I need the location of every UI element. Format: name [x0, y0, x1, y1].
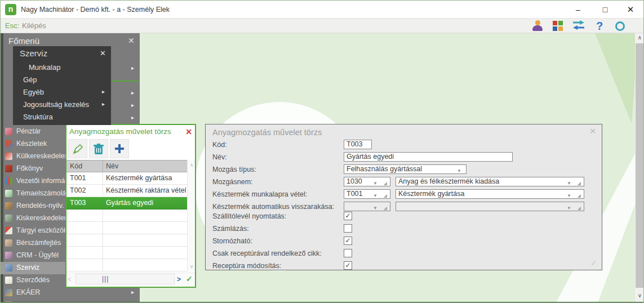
chevron-down-icon[interactable]: ▼ [567, 179, 571, 188]
confirm-check-icon[interactable]: ✓ [186, 274, 193, 283]
table-horizontal-scrollbar[interactable]: < ||| > ✓ [66, 273, 195, 285]
column-header-kod[interactable]: Kód [70, 162, 82, 170]
table-vertical-scrollbar[interactable]: ∧ ∨ [187, 160, 195, 271]
modules-grid-icon[interactable] [550, 20, 566, 32]
esc-action-label[interactable]: Kilépés [22, 21, 46, 30]
operations-close-icon[interactable]: ✕ [185, 127, 192, 136]
user-icon[interactable] [530, 20, 545, 32]
sidebar-item-ekaer[interactable]: EKÁER ▸ [1, 287, 140, 299]
mozgas-tipus-label: Mozgás típus: [212, 166, 256, 173]
submenu-arrow-icon: ▸ [131, 101, 138, 109]
szerviz-submenu-title: Szerviz [20, 48, 47, 58]
combo-corner-icon[interactable]: ◢ [578, 204, 581, 212]
combo-corner-icon[interactable]: ◢ [578, 191, 581, 200]
scroll-down-icon[interactable]: ∨ [188, 264, 196, 269]
mozgasnem-name-combo[interactable]: Anyag és félkésztermék kiadása ▼ ◢ [396, 177, 584, 186]
receptura-modositas-label: Receptúra módosítás: [212, 262, 281, 270]
menu-item-struktura[interactable]: Struktúra [13, 111, 111, 123]
chevron-down-icon[interactable]: ▼ [373, 191, 377, 200]
submenu-arrow-icon: ▸ [131, 64, 138, 72]
delete-button[interactable] [89, 139, 108, 158]
chevron-down-icon[interactable]: ▼ [567, 191, 571, 200]
document-icon [5, 190, 12, 197]
szallitolevel-label: Szállítólevél nyomtatás: [212, 212, 286, 220]
chevron-down-icon[interactable]: ▼ [373, 204, 377, 212]
combo-corner-icon[interactable]: ◢ [384, 204, 387, 212]
maximize-button[interactable]: □ [592, 1, 618, 19]
truck-icon [5, 289, 12, 296]
chevron-down-icon[interactable]: ▼ [373, 179, 377, 188]
help-icon[interactable]: ? [592, 20, 607, 32]
retail-icon [5, 215, 12, 222]
crm-people-icon [5, 252, 12, 259]
table-row-empty[interactable] [66, 247, 187, 259]
stornozhato-checkbox[interactable]: ✓ [344, 237, 352, 245]
table-row[interactable]: T002 Késztermék raktárra vétel [66, 185, 187, 197]
receptura-cikk-checkbox[interactable] [344, 249, 352, 257]
edit-button[interactable] [68, 139, 87, 158]
package-icon [5, 202, 12, 210]
scroll-down-icon[interactable]: ∨ [635, 291, 644, 300]
plus-icon [114, 143, 125, 154]
combo-corner-icon[interactable]: ◢ [384, 191, 387, 200]
table-header: Kód Név [66, 160, 187, 172]
table-row-empty[interactable] [66, 222, 187, 234]
detail-panel-title: Anyagmozgatás művelet törzs [212, 128, 322, 137]
szerviz-close-icon[interactable]: ✕ [100, 49, 106, 57]
munkalapra-code-combo[interactable]: T001 ▼ ◢ [344, 189, 390, 199]
menu-item-egyeb[interactable]: Egyéb ▸ [13, 86, 111, 99]
scrollbar-thumb[interactable] [636, 43, 644, 288]
munkalapra-name-combo[interactable]: Késztermék gyártása ▼ ◢ [396, 189, 584, 199]
kod-field[interactable]: T003 [344, 140, 372, 149]
table-row[interactable]: T001 Késztermék gyártása [66, 172, 187, 185]
operations-list-window: Anyagmozgatás művelet törzs ✕ Kód Név [65, 124, 196, 288]
chevron-down-icon[interactable]: ▼ [457, 167, 461, 175]
mozgasnem-code-combo[interactable]: 1030 ▼ ◢ [344, 177, 390, 186]
receptura-modositas-checkbox[interactable]: ✓ [344, 261, 352, 270]
menu-item-gep[interactable]: Gép [13, 74, 111, 86]
hscrollbar-thumb[interactable]: ||| [75, 274, 175, 284]
szamlazas-checkbox[interactable] [344, 224, 352, 233]
detail-form-panel: Anyagmozgatás művelet törzs ✕ Kód: T003 … [205, 124, 602, 270]
operations-window-title: Anyagmozgatás művelet törzs [69, 127, 186, 136]
table-row-empty[interactable] [66, 259, 187, 271]
munkalapra-label: Késztermék munkalapra vétel: [212, 190, 307, 198]
mozgasnem-label: Mozgásnem: [212, 178, 253, 186]
window-title: Nagy Machinátor - Demó kft. - a - Személ… [21, 6, 170, 14]
scrollbar-grip-icon: ||| [102, 275, 109, 283]
visszarakas-code-combo[interactable]: ▼ ◢ [344, 202, 390, 211]
app-vertical-scrollbar[interactable]: ∧ ∨ [635, 33, 644, 302]
transfer-arrows-icon[interactable] [571, 20, 587, 32]
column-header-nev[interactable]: Név [106, 162, 118, 170]
submenu-arrow-icon: ▸ [131, 114, 138, 122]
combo-corner-icon[interactable]: ◢ [578, 179, 581, 188]
mozgas-tipus-select[interactable]: Felhasználás gyártással ▼ [344, 164, 467, 174]
table-row-empty[interactable] [66, 210, 187, 222]
add-button[interactable] [110, 139, 129, 158]
combo-corner-icon[interactable]: ◢ [384, 179, 387, 188]
table-row-empty[interactable] [66, 234, 187, 247]
szallitolevel-checkbox[interactable]: ✓ [344, 212, 352, 220]
visszarakas-name-combo[interactable]: ▼ ◢ [396, 202, 584, 211]
nev-label: Név: [212, 153, 227, 161]
menu-item-munkalap[interactable]: Munkalap [13, 61, 111, 74]
close-button[interactable]: ✕ [618, 1, 643, 19]
ledger-icon [5, 165, 12, 172]
fomenu-close-icon[interactable]: ✕ [128, 36, 135, 45]
titlebar: n Nagy Machinátor - Demó kft. - a - Szem… [1, 1, 644, 19]
minimize-button[interactable]: – [565, 1, 591, 19]
cash-register-icon [5, 128, 12, 135]
scroll-up-icon[interactable]: ∧ [188, 162, 196, 168]
circle-logo-icon[interactable] [612, 20, 628, 32]
chevron-down-icon[interactable]: ▼ [567, 204, 571, 212]
menu-item-jogosultsag-kezeles[interactable]: Jogosultság kezelés ▸ [13, 99, 111, 111]
scroll-left-icon[interactable]: < [68, 275, 72, 283]
app-logo-icon: n [5, 4, 16, 15]
scroll-right-icon[interactable]: > [177, 275, 181, 283]
szamlazas-label: Számlázás: [212, 225, 249, 233]
detail-close-icon[interactable]: ✕ [589, 127, 596, 136]
esc-toolbar: Esc: Kilépés ? [1, 19, 644, 33]
table-row-selected[interactable]: T003 Gyártás egyedi [66, 197, 187, 210]
scroll-up-icon[interactable]: ∧ [635, 33, 644, 42]
nev-field[interactable]: Gyártás egyedi [344, 152, 513, 162]
